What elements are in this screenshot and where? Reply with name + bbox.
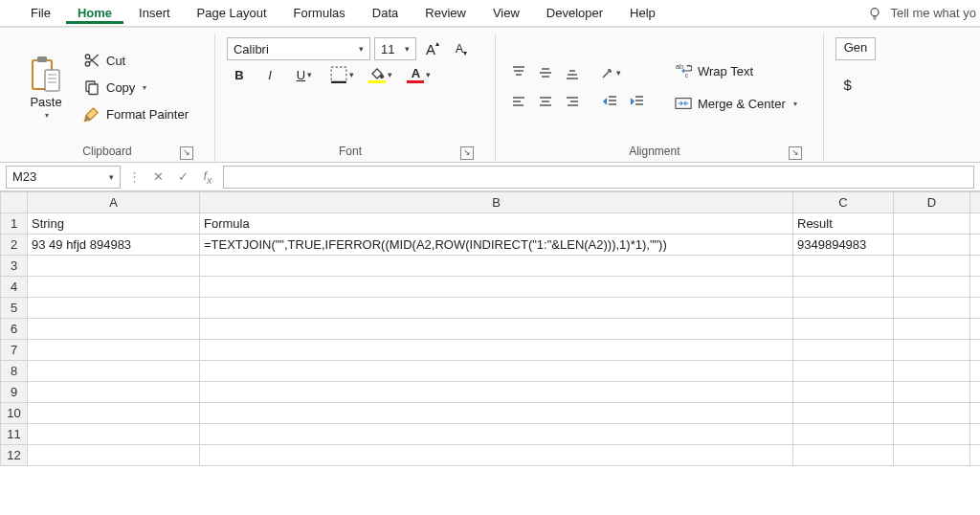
tab-formulas[interactable]: Formulas bbox=[282, 2, 357, 24]
cell[interactable] bbox=[28, 403, 200, 424]
cell[interactable] bbox=[200, 424, 793, 445]
cell[interactable] bbox=[793, 382, 894, 403]
currency-button[interactable]: $ bbox=[835, 74, 860, 95]
cell[interactable] bbox=[28, 319, 200, 340]
cell[interactable] bbox=[970, 340, 981, 361]
cell[interactable] bbox=[793, 424, 894, 445]
cell[interactable] bbox=[970, 235, 981, 256]
cell[interactable] bbox=[894, 256, 970, 277]
cell[interactable] bbox=[200, 403, 793, 424]
align-center-button[interactable] bbox=[534, 92, 557, 111]
cell[interactable] bbox=[200, 319, 793, 340]
cell[interactable] bbox=[894, 277, 970, 298]
cell[interactable] bbox=[200, 298, 793, 319]
cell[interactable] bbox=[894, 403, 970, 424]
col-header-D[interactable]: D bbox=[894, 192, 970, 213]
tab-file[interactable]: File bbox=[19, 2, 62, 24]
cell[interactable] bbox=[793, 277, 894, 298]
row-header[interactable]: 2 bbox=[1, 235, 28, 256]
row-header[interactable]: 6 bbox=[1, 319, 28, 340]
cell[interactable] bbox=[894, 213, 970, 235]
cell[interactable] bbox=[970, 213, 981, 235]
cell[interactable] bbox=[894, 319, 970, 340]
cell[interactable]: Formula bbox=[200, 213, 793, 235]
cell[interactable] bbox=[793, 340, 894, 361]
font-family-select[interactable]: Calibri▾ bbox=[227, 37, 370, 60]
cell[interactable] bbox=[793, 298, 894, 319]
align-bottom-button[interactable] bbox=[561, 63, 584, 82]
cell[interactable]: 93 49 hfjd 894983 bbox=[28, 235, 200, 256]
fill-color-button[interactable]: ▾ bbox=[365, 64, 397, 85]
copy-button[interactable]: Copy ▾ bbox=[78, 76, 193, 99]
cut-button[interactable]: Cut bbox=[78, 49, 193, 72]
italic-button[interactable]: I bbox=[257, 64, 282, 85]
cell[interactable] bbox=[970, 298, 981, 319]
font-size-select[interactable]: 11▾ bbox=[374, 37, 416, 60]
cell[interactable] bbox=[793, 319, 894, 340]
cell[interactable] bbox=[28, 256, 200, 277]
cell[interactable] bbox=[200, 361, 793, 382]
tab-review[interactable]: Review bbox=[413, 2, 478, 24]
cell[interactable] bbox=[894, 445, 970, 466]
align-left-button[interactable] bbox=[507, 92, 530, 111]
cell[interactable] bbox=[793, 361, 894, 382]
cell[interactable] bbox=[200, 256, 793, 277]
row-header[interactable]: 10 bbox=[1, 403, 28, 424]
increase-indent-button[interactable] bbox=[626, 92, 649, 111]
row-header[interactable]: 12 bbox=[1, 445, 28, 466]
cell[interactable] bbox=[970, 256, 981, 277]
tell-me[interactable]: Tell me what yo bbox=[867, 6, 980, 21]
cell[interactable] bbox=[28, 298, 200, 319]
align-top-button[interactable] bbox=[507, 63, 530, 82]
cancel-formula-button[interactable]: ✕ bbox=[148, 168, 167, 187]
cell[interactable] bbox=[793, 403, 894, 424]
cell[interactable] bbox=[200, 382, 793, 403]
col-header-A[interactable]: A bbox=[28, 192, 200, 213]
cell[interactable] bbox=[970, 277, 981, 298]
cell[interactable] bbox=[793, 445, 894, 466]
col-header-E[interactable] bbox=[970, 192, 981, 213]
cell[interactable] bbox=[970, 424, 981, 445]
cell[interactable] bbox=[970, 319, 981, 340]
cell[interactable] bbox=[200, 445, 793, 466]
cell[interactable] bbox=[200, 340, 793, 361]
cell[interactable] bbox=[793, 256, 894, 277]
orientation-button[interactable]: ▾ bbox=[599, 63, 622, 82]
wrap-text-button[interactable]: abc Wrap Text bbox=[670, 59, 802, 82]
tab-page-layout[interactable]: Page Layout bbox=[186, 2, 278, 24]
cell[interactable] bbox=[894, 382, 970, 403]
col-header-C[interactable]: C bbox=[793, 192, 894, 213]
cell[interactable]: 9349894983 bbox=[793, 235, 894, 256]
row-header[interactable]: 3 bbox=[1, 256, 28, 277]
tab-view[interactable]: View bbox=[481, 2, 531, 24]
cell[interactable] bbox=[28, 340, 200, 361]
tab-help[interactable]: Help bbox=[618, 2, 667, 24]
increase-font-button[interactable]: A▴ bbox=[420, 38, 445, 59]
row-header[interactable]: 9 bbox=[1, 382, 28, 403]
row-header[interactable]: 7 bbox=[1, 340, 28, 361]
underline-button[interactable]: U▾ bbox=[288, 64, 321, 85]
enter-formula-button[interactable]: ✓ bbox=[173, 168, 192, 187]
align-right-button[interactable] bbox=[561, 92, 584, 111]
cell[interactable] bbox=[970, 403, 981, 424]
paste-button[interactable]: Paste ▾ bbox=[21, 50, 71, 124]
cell[interactable] bbox=[28, 382, 200, 403]
bold-button[interactable]: B bbox=[227, 64, 252, 85]
cell[interactable] bbox=[200, 277, 793, 298]
cell[interactable] bbox=[28, 361, 200, 382]
tab-home[interactable]: Home bbox=[66, 2, 123, 24]
row-header[interactable]: 11 bbox=[1, 424, 28, 445]
select-all-corner[interactable] bbox=[1, 192, 28, 213]
cell[interactable] bbox=[894, 235, 970, 256]
row-header[interactable]: 8 bbox=[1, 361, 28, 382]
row-header[interactable]: 1 bbox=[1, 213, 28, 235]
decrease-indent-button[interactable] bbox=[599, 92, 622, 111]
insert-function-button[interactable]: fx bbox=[198, 168, 217, 187]
cell[interactable] bbox=[28, 424, 200, 445]
align-middle-button[interactable] bbox=[534, 63, 557, 82]
decrease-font-button[interactable]: A▾ bbox=[449, 38, 474, 59]
clipboard-dialog-launcher[interactable]: ↘ bbox=[180, 146, 193, 160]
cell[interactable] bbox=[970, 445, 981, 466]
row-header[interactable]: 5 bbox=[1, 298, 28, 319]
tab-insert[interactable]: Insert bbox=[127, 2, 182, 24]
